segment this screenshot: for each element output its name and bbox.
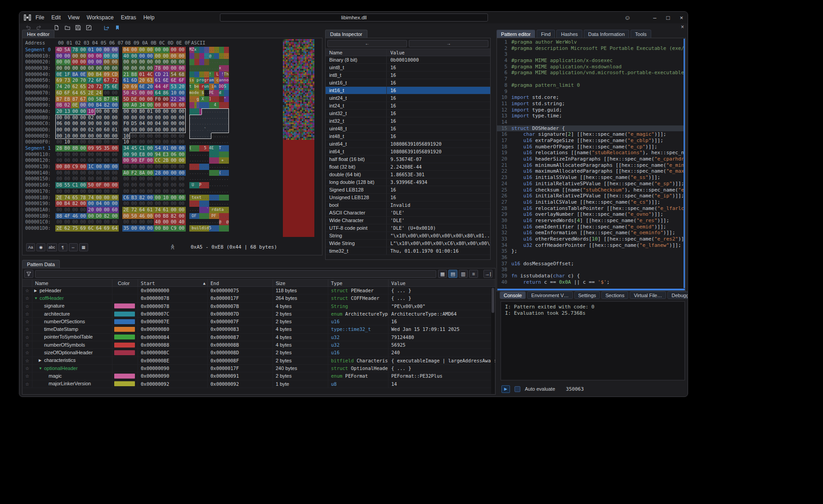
hex-byte[interactable]: D5 [130, 120, 138, 127]
hex-byte[interactable]: 95 [95, 145, 103, 152]
hex-byte[interactable]: 00 [103, 47, 111, 53]
hex-byte[interactable]: 67 [79, 96, 87, 103]
hex-byte[interactable]: 00 [146, 90, 154, 96]
tab-settings[interactable]: Settings [574, 291, 600, 299]
hex-byte[interactable]: 00 [111, 170, 119, 176]
hex-byte[interactable]: 00 [103, 176, 111, 182]
hex-byte[interactable]: 1C [87, 164, 95, 170]
pattern-view-icon-0[interactable]: ▦ [438, 270, 447, 278]
table-row[interactable]: ☆architecture0x0000007C0x0000007D2 bytes… [22, 310, 495, 318]
hex-byte[interactable]: 00 [154, 133, 162, 139]
hex-byte[interactable]: 00 [103, 108, 111, 115]
hex-byte[interactable]: 00 [178, 59, 186, 65]
hex-byte[interactable]: 00 [55, 65, 63, 71]
hex-byte[interactable]: 00 [79, 170, 87, 176]
hex-byte[interactable]: 00 [146, 219, 154, 225]
hex-byte[interactable]: 20 [146, 84, 154, 90]
table-row[interactable]: ☆▼coffHeader0x000000780x0000017F264 byte… [22, 294, 495, 302]
hex-byte[interactable]: 00 [87, 59, 95, 65]
maximize-button[interactable]: □ [666, 14, 670, 21]
hex-byte[interactable]: 00 [178, 145, 186, 152]
hex-byte[interactable]: 54 [154, 145, 162, 152]
hex-byte[interactable]: 00 [154, 59, 162, 65]
hex-byte[interactable]: 82 [138, 195, 146, 201]
hex-byte[interactable]: 00 [178, 176, 186, 182]
hex-byte[interactable]: 28 [55, 145, 63, 152]
hex-byte[interactable]: 00 [178, 164, 186, 170]
hex-byte[interactable]: 20 [122, 84, 130, 90]
hex-byte[interactable]: 00 [71, 127, 79, 133]
hex-byte[interactable]: 00 [170, 127, 178, 133]
hex-byte[interactable]: 73 [63, 77, 72, 84]
hex-byte[interactable]: 00 [178, 133, 186, 139]
menu-help[interactable]: Help [143, 14, 155, 21]
hex-byte[interactable]: 00 [87, 219, 95, 225]
hex-byte[interactable]: 00 [95, 59, 103, 65]
inspector-row[interactable]: long double (128 bit)3.93996E-4934 [326, 178, 490, 186]
hex-byte[interactable]: 80 [138, 108, 146, 115]
hex-byte[interactable]: 00 [87, 102, 95, 108]
hex-byte[interactable]: E8 [138, 152, 146, 158]
hex-byte[interactable]: 00 [170, 176, 178, 182]
hex-byte[interactable]: B7 [103, 96, 111, 103]
hex-byte[interactable]: 00 [103, 201, 111, 207]
hex-byte[interactable]: 00 [103, 219, 111, 225]
hex-byte[interactable]: 10 [122, 133, 130, 139]
hex-byte[interactable]: 00 [162, 102, 170, 108]
hex-byte[interactable]: 24 [95, 90, 103, 96]
hex-byte[interactable]: 00 [79, 213, 87, 219]
ascii-char[interactable]: . [226, 164, 229, 170]
pattern-view-icon-1[interactable]: ▤ [448, 270, 457, 278]
hex-byte[interactable]: 34 [138, 102, 146, 108]
hex-byte[interactable]: 00 [146, 157, 154, 164]
hex-byte[interactable]: 00 [130, 176, 138, 182]
menu-workspace[interactable]: Workspace [87, 14, 114, 21]
hex-byte[interactable]: C9 [170, 225, 178, 232]
hex-byte[interactable]: 1F [63, 71, 72, 78]
hex-byte[interactable]: 72 [87, 77, 95, 84]
favorite-star-icon[interactable]: ☆ [22, 303, 32, 310]
hex-byte[interactable]: 00 [71, 157, 79, 164]
hex-byte[interactable]: 50 [122, 90, 130, 96]
hex-byte[interactable]: 00 [55, 115, 63, 121]
pattern-code-editor[interactable]: 1#pragma author WerWolv2#pragma descript… [496, 38, 686, 291]
hex-byte[interactable]: 0F [95, 182, 103, 188]
table-row[interactable]: ☆▶peHeader0x000000000x00000075118 bytess… [22, 287, 495, 294]
hex-toggle-1[interactable]: ◉ [36, 243, 45, 251]
hex-byte[interactable]: 00 [63, 170, 72, 176]
hex-byte[interactable]: 00 [162, 108, 170, 115]
hex-byte[interactable]: 00 [178, 65, 186, 71]
favorite-star-icon[interactable]: ☆ [22, 294, 32, 302]
hex-byte[interactable]: 00 [170, 188, 178, 195]
hex-byte[interactable]: 00 [154, 139, 162, 145]
hex-byte[interactable]: 00 [111, 164, 119, 170]
hex-byte[interactable]: 00 [154, 47, 162, 53]
hex-byte[interactable]: B4 [95, 102, 103, 108]
hex-byte[interactable]: 82 [103, 213, 111, 219]
hex-byte[interactable]: 10 [63, 133, 72, 139]
hex-byte[interactable]: A0 [122, 170, 130, 176]
hex-byte[interactable]: 00 [103, 115, 111, 121]
tab-pattern-data[interactable]: Pattern Data [22, 260, 60, 268]
hex-byte[interactable]: D8 [55, 182, 63, 188]
hex-byte[interactable]: 10 [87, 108, 95, 115]
hex-byte[interactable]: 00 [162, 47, 170, 53]
hex-byte[interactable]: B8 [162, 213, 170, 219]
hex-byte[interactable]: 00 [95, 164, 103, 170]
hex-byte[interactable]: 6F [95, 77, 103, 84]
hex-byte[interactable]: 00 [95, 139, 103, 145]
hex-byte[interactable]: 88 [55, 213, 63, 219]
hex-byte[interactable]: 00 [111, 176, 119, 182]
tab-debugger[interactable]: Debugger [667, 291, 688, 299]
hex-byte[interactable]: 00 [146, 47, 154, 53]
hex-byte[interactable]: 00 [130, 47, 138, 53]
hex-byte[interactable]: 00 [138, 96, 146, 103]
inspector-row[interactable]: uint32_t16 [326, 110, 490, 117]
hex-byte[interactable]: 35 [103, 145, 111, 152]
close-button[interactable]: × [680, 14, 683, 21]
inspector-row[interactable]: int24_t16 [326, 102, 490, 110]
hex-byte[interactable]: 90 [130, 152, 138, 158]
pattern-table-scrollbar[interactable] [491, 287, 495, 394]
hex-byte[interactable]: 00 [154, 115, 162, 121]
hex-byte[interactable]: 00 [55, 219, 63, 225]
